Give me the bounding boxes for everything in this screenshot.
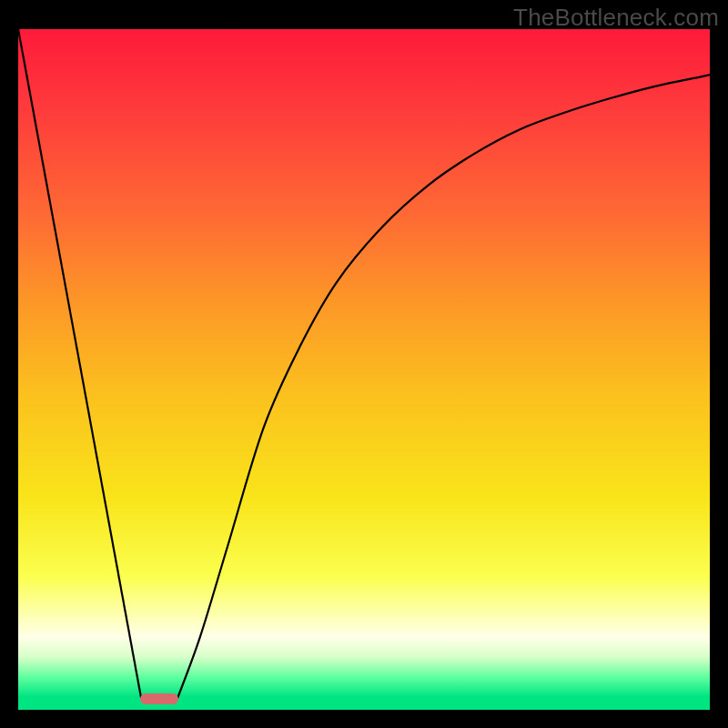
watermark-text: TheBottleneck.com <box>513 4 719 32</box>
curve-right-curve <box>177 75 710 699</box>
curve-left-line <box>18 29 141 699</box>
curve-layer <box>18 29 710 710</box>
optimal-point-marker <box>140 693 178 704</box>
chart-stage: TheBottleneck.com <box>0 0 728 728</box>
plot-area <box>18 29 710 710</box>
